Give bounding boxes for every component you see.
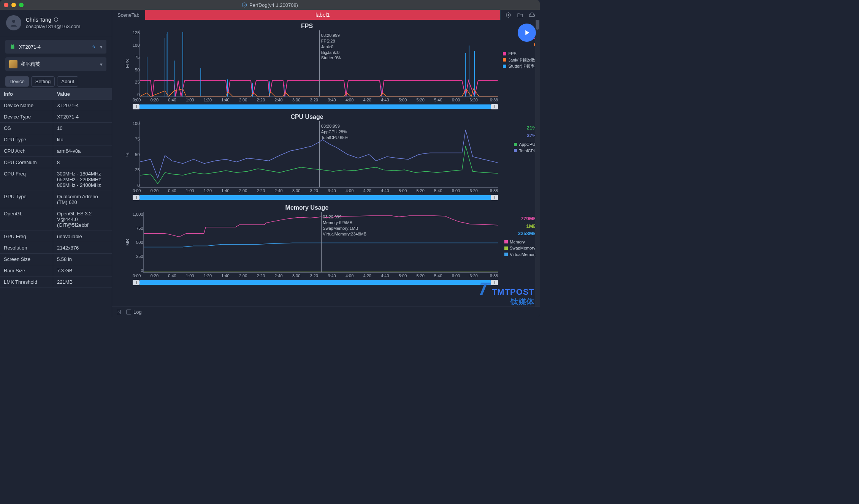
- table-row: OS10: [0, 123, 112, 134]
- chart-title: CPU Usage: [116, 114, 498, 120]
- fps-plot[interactable]: 03:20:999FPS:28Jank:0BigJank:0Stutter:0%: [139, 30, 498, 97]
- time-cursor[interactable]: [319, 30, 320, 96]
- info-value: 221MB: [53, 276, 112, 288]
- svg-point-0: [242, 3, 247, 7]
- table-row: Device TypeXT2071-4: [0, 111, 112, 123]
- tab-device[interactable]: Device: [5, 76, 29, 87]
- info-table: InfoValue Device NameXT2071-4Device Type…: [0, 88, 112, 317]
- folder-icon[interactable]: [517, 12, 523, 18]
- table-row: CPU CoreNum8: [0, 157, 112, 168]
- window-title: PerfDog(v4.1.200708): [242, 2, 298, 8]
- info-value: 5.58 in: [53, 254, 112, 265]
- info-key: GPU Type: [0, 191, 53, 208]
- info-key: Device Name: [0, 100, 53, 111]
- info-key: GPU Freq: [0, 231, 53, 242]
- table-row: CPU Typelito: [0, 134, 112, 145]
- checkbox-icon[interactable]: [126, 310, 131, 314]
- time-slider[interactable]: [133, 194, 498, 201]
- memory-chart: Memory Usage MB 1,0007505002500 03:20:99…: [116, 204, 498, 286]
- info-key: CPU Arch: [0, 145, 53, 156]
- time-cursor[interactable]: [321, 212, 322, 272]
- user-email: cos0play1314@163.com: [26, 24, 80, 29]
- location-icon[interactable]: [505, 12, 512, 18]
- collapse-icon[interactable]: [116, 309, 122, 315]
- scene-label[interactable]: label1: [145, 10, 501, 20]
- cloud-icon[interactable]: [529, 12, 535, 18]
- info-value: unavailable: [53, 231, 112, 242]
- info-value: XT2071-4: [53, 111, 112, 122]
- user-name: Chris Tang: [26, 17, 51, 23]
- slider-handle-right[interactable]: [491, 104, 498, 109]
- avatar[interactable]: [6, 15, 21, 30]
- info-key: Ram Size: [0, 265, 53, 276]
- svg-point-1: [12, 20, 15, 23]
- chevron-down-icon: ▾: [100, 62, 103, 67]
- memory-plot[interactable]: 03:20:999Memory:925MBSwapMemory:1MBVirtu…: [143, 212, 498, 273]
- svg-rect-4: [11, 46, 14, 49]
- info-key: OpenGL: [0, 208, 53, 231]
- info-key: CPU Type: [0, 134, 53, 145]
- info-value: arm64-v8a: [53, 145, 112, 156]
- svg-point-8: [508, 14, 509, 16]
- time-slider[interactable]: [133, 280, 498, 286]
- info-value: 7.3 GB: [53, 265, 112, 276]
- minimize-icon[interactable]: [11, 3, 16, 7]
- table-row: GPU Frequnavailable: [0, 231, 112, 242]
- slider-handle-left[interactable]: [133, 104, 139, 109]
- info-key: CPU Freq: [0, 168, 53, 191]
- col-info: Info: [0, 88, 53, 100]
- scrollbar-thumb[interactable]: [536, 20, 539, 30]
- close-icon[interactable]: [4, 3, 8, 7]
- info-key: Device Type: [0, 111, 53, 122]
- power-icon[interactable]: [54, 17, 59, 22]
- slider-handle-right[interactable]: [491, 195, 498, 200]
- table-row: OpenGLOpenGL ES 3.2 V@444.0 (GIT@5f2ebbf: [0, 208, 112, 231]
- play-button[interactable]: [518, 24, 536, 42]
- tooltip: 03:20:999AppCPU:28%TotalCPU:65%: [321, 123, 349, 141]
- chevron-down-icon: ▾: [100, 44, 103, 50]
- info-key: Screen Size: [0, 254, 53, 265]
- fps-chart: FPS FPS 1251007550250 03:20:999FPS:28Jan…: [116, 23, 498, 110]
- time-cursor[interactable]: [319, 121, 320, 187]
- info-key: CPU CoreNum: [0, 157, 53, 168]
- info-value: XT2071-4: [53, 100, 112, 111]
- col-value: Value: [53, 88, 112, 100]
- svg-rect-30: [117, 310, 121, 314]
- maximize-icon[interactable]: [19, 3, 24, 7]
- main-panel: SceneTab label1 FPS FPS 1251007550250: [112, 10, 540, 317]
- tooltip: 03:20:999FPS:28Jank:0BigJank:0Stutter:0%: [321, 33, 341, 61]
- info-key: Resolution: [0, 242, 53, 253]
- slider-handle-left[interactable]: [133, 195, 139, 200]
- app-icon: [9, 60, 17, 68]
- cpu-chart: CPU Usage % 1007550250 03:20:999AppCPU:2…: [116, 114, 498, 201]
- time-slider[interactable]: [133, 104, 498, 110]
- tooltip: 03:20:999Memory:925MBSwapMemory:1MBVirtu…: [323, 214, 366, 237]
- app-dropdown[interactable]: 和平精英 ▾: [5, 57, 106, 71]
- link-icon: [91, 44, 97, 50]
- user-panel: Chris Tang cos0play1314@163.com: [0, 10, 112, 36]
- sidebar: Chris Tang cos0play1314@163.com XT2071-4…: [0, 10, 112, 317]
- android-icon: [9, 43, 16, 50]
- titlebar: PerfDog(v4.1.200708): [0, 0, 540, 10]
- tab-about[interactable]: About: [57, 76, 78, 87]
- table-row: CPU Archarm64-v8a: [0, 145, 112, 157]
- info-value: 2142x876: [53, 242, 112, 253]
- info-value: Qualcomm Adreno (TM) 620: [53, 191, 112, 208]
- info-value: 8: [53, 157, 112, 168]
- device-dropdown[interactable]: XT2071-4 ▾: [5, 40, 106, 54]
- chart-title: Memory Usage: [116, 204, 498, 211]
- info-key: LMK Threshold: [0, 276, 53, 288]
- info-value: 300MHz - 1804MHz 652MHz - 2208MHz 806MHz…: [53, 168, 112, 191]
- log-toggle[interactable]: Log: [126, 309, 142, 315]
- scene-tab[interactable]: SceneTab: [112, 10, 145, 20]
- cpu-plot[interactable]: 03:20:999AppCPU:28%TotalCPU:65%: [139, 121, 498, 188]
- slider-handle-left[interactable]: [133, 280, 139, 285]
- table-row: Ram Size7.3 GB: [0, 265, 112, 276]
- tab-setting[interactable]: Setting: [31, 76, 55, 87]
- chart-title: FPS: [116, 23, 498, 30]
- scrollbar[interactable]: [535, 20, 540, 307]
- info-value: lito: [53, 134, 112, 145]
- table-row: Resolution2142x876: [0, 242, 112, 254]
- memory-legend: 779MB 1MB 2258MB Memory SwapMemory Virtu…: [504, 215, 537, 258]
- watermark: T TMTPOST 钛媒体: [478, 280, 534, 306]
